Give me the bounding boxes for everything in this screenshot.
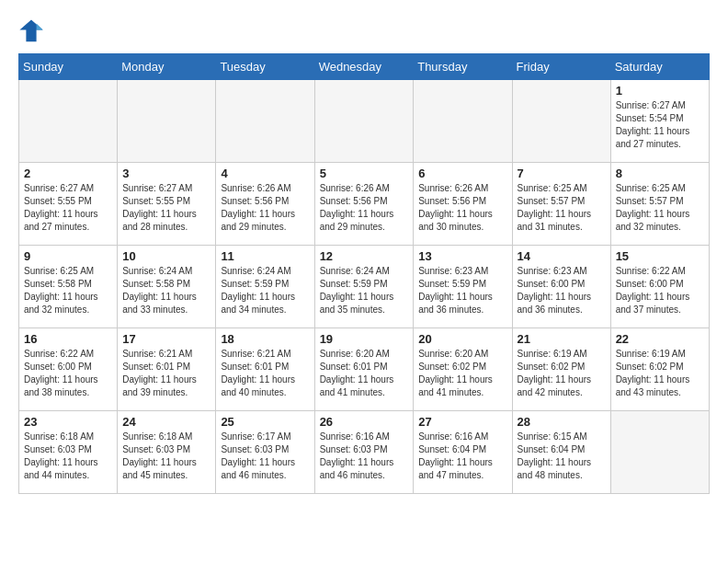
day-number: 8 [616,167,704,180]
calendar-week-row: 1Sunrise: 6:27 AM Sunset: 5:54 PM Daylig… [19,80,710,163]
day-info: Sunrise: 6:22 AM Sunset: 6:00 PM Dayligh… [616,265,704,316]
day-number: 25 [221,415,309,429]
calendar-week-row: 16Sunrise: 6:22 AM Sunset: 6:00 PM Dayli… [19,328,710,411]
calendar-day-cell: 21Sunrise: 6:19 AM Sunset: 6:02 PM Dayli… [512,328,610,411]
calendar-day-cell [414,80,512,163]
calendar-day-cell [512,80,610,163]
calendar-day-cell: 25Sunrise: 6:17 AM Sunset: 6:03 PM Dayli… [216,411,314,494]
day-info: Sunrise: 6:23 AM Sunset: 6:00 PM Dayligh… [518,265,606,316]
day-info: Sunrise: 6:26 AM Sunset: 5:56 PM Dayligh… [320,182,409,234]
day-info: Sunrise: 6:17 AM Sunset: 6:03 PM Dayligh… [221,431,309,482]
weekday-header: Saturday [610,54,709,80]
day-info: Sunrise: 6:18 AM Sunset: 6:03 PM Dayligh… [24,431,112,482]
day-number: 11 [221,249,309,263]
day-number: 4 [221,167,309,180]
calendar-day-cell: 13Sunrise: 6:23 AM Sunset: 5:59 PM Dayli… [414,246,512,328]
calendar-day-cell: 17Sunrise: 6:21 AM Sunset: 6:01 PM Dayli… [118,328,216,411]
weekday-header: Wednesday [314,54,414,80]
calendar-day-cell: 8Sunrise: 6:25 AM Sunset: 5:57 PM Daylig… [610,163,709,246]
calendar-day-cell: 4Sunrise: 6:26 AM Sunset: 5:56 PM Daylig… [216,163,314,246]
day-number: 20 [418,332,506,346]
day-info: Sunrise: 6:24 AM Sunset: 5:59 PM Dayligh… [221,265,309,316]
calendar-day-cell [314,80,414,163]
calendar-week-row: 2Sunrise: 6:27 AM Sunset: 5:55 PM Daylig… [19,163,710,246]
day-number: 10 [122,249,210,263]
calendar-day-cell: 2Sunrise: 6:27 AM Sunset: 5:55 PM Daylig… [19,163,118,246]
weekday-header: Tuesday [216,54,314,80]
calendar-day-cell: 19Sunrise: 6:20 AM Sunset: 6:01 PM Dayli… [314,328,414,411]
day-number: 9 [24,249,112,263]
day-info: Sunrise: 6:16 AM Sunset: 6:04 PM Dayligh… [418,431,506,482]
day-info: Sunrise: 6:19 AM Sunset: 6:02 PM Dayligh… [518,348,606,399]
svg-marker-1 [37,24,43,30]
calendar-week-row: 9Sunrise: 6:25 AM Sunset: 5:58 PM Daylig… [19,246,710,328]
weekday-header: Friday [512,54,610,80]
day-info: Sunrise: 6:27 AM Sunset: 5:55 PM Dayligh… [122,182,210,234]
day-info: Sunrise: 6:18 AM Sunset: 6:03 PM Dayligh… [122,431,210,482]
day-number: 1 [616,84,704,98]
calendar-day-cell: 7Sunrise: 6:25 AM Sunset: 5:57 PM Daylig… [512,163,610,246]
calendar-day-cell: 16Sunrise: 6:22 AM Sunset: 6:00 PM Dayli… [19,328,118,411]
day-number: 28 [518,415,606,429]
calendar-day-cell: 10Sunrise: 6:24 AM Sunset: 5:58 PM Dayli… [118,246,216,328]
calendar-day-cell: 20Sunrise: 6:20 AM Sunset: 6:02 PM Dayli… [414,328,512,411]
day-number: 27 [418,415,506,429]
day-number: 5 [320,167,409,180]
calendar-week-row: 23Sunrise: 6:18 AM Sunset: 6:03 PM Dayli… [19,411,710,494]
calendar-day-cell: 5Sunrise: 6:26 AM Sunset: 5:56 PM Daylig… [314,163,414,246]
calendar-day-cell: 26Sunrise: 6:16 AM Sunset: 6:03 PM Dayli… [314,411,414,494]
calendar-day-cell [610,411,709,494]
calendar-table: SundayMondayTuesdayWednesdayThursdayFrid… [18,53,710,494]
calendar-day-cell: 22Sunrise: 6:19 AM Sunset: 6:02 PM Dayli… [610,328,709,411]
day-number: 15 [616,249,704,263]
day-info: Sunrise: 6:26 AM Sunset: 5:56 PM Dayligh… [418,182,506,234]
day-number: 18 [221,332,309,346]
calendar-day-cell: 18Sunrise: 6:21 AM Sunset: 6:01 PM Dayli… [216,328,314,411]
day-info: Sunrise: 6:25 AM Sunset: 5:58 PM Dayligh… [24,265,112,316]
calendar-day-cell: 11Sunrise: 6:24 AM Sunset: 5:59 PM Dayli… [216,246,314,328]
day-info: Sunrise: 6:15 AM Sunset: 6:04 PM Dayligh… [518,431,606,482]
weekday-header: Monday [118,54,216,80]
day-number: 7 [518,167,606,180]
day-info: Sunrise: 6:25 AM Sunset: 5:57 PM Dayligh… [518,182,606,234]
day-info: Sunrise: 6:21 AM Sunset: 6:01 PM Dayligh… [122,348,210,399]
day-number: 24 [122,415,210,429]
calendar-day-cell: 14Sunrise: 6:23 AM Sunset: 6:00 PM Dayli… [512,246,610,328]
calendar-day-cell: 28Sunrise: 6:15 AM Sunset: 6:04 PM Dayli… [512,411,610,494]
day-number: 6 [418,167,506,180]
calendar-day-cell: 24Sunrise: 6:18 AM Sunset: 6:03 PM Dayli… [118,411,216,494]
day-number: 2 [24,167,112,180]
day-number: 14 [518,249,606,263]
day-info: Sunrise: 6:26 AM Sunset: 5:56 PM Dayligh… [221,182,309,234]
day-number: 17 [122,332,210,346]
day-info: Sunrise: 6:22 AM Sunset: 6:00 PM Dayligh… [24,348,112,399]
day-info: Sunrise: 6:20 AM Sunset: 6:01 PM Dayligh… [320,348,409,399]
calendar-day-cell: 12Sunrise: 6:24 AM Sunset: 5:59 PM Dayli… [314,246,414,328]
day-number: 23 [24,415,112,429]
day-number: 16 [24,332,112,346]
day-info: Sunrise: 6:21 AM Sunset: 6:01 PM Dayligh… [221,348,309,399]
calendar-day-cell: 6Sunrise: 6:26 AM Sunset: 5:56 PM Daylig… [414,163,512,246]
calendar-header-row: SundayMondayTuesdayWednesdayThursdayFrid… [19,54,710,80]
page-header [18,18,710,44]
day-info: Sunrise: 6:25 AM Sunset: 5:57 PM Dayligh… [616,182,704,234]
calendar-day-cell [19,80,118,163]
weekday-header: Sunday [19,54,118,80]
weekday-header: Thursday [414,54,512,80]
day-number: 22 [616,332,704,346]
logo-icon [18,18,44,44]
day-number: 3 [122,167,210,180]
day-number: 26 [320,415,409,429]
day-info: Sunrise: 6:20 AM Sunset: 6:02 PM Dayligh… [418,348,506,399]
day-info: Sunrise: 6:27 AM Sunset: 5:55 PM Dayligh… [24,182,112,234]
day-info: Sunrise: 6:27 AM Sunset: 5:54 PM Dayligh… [616,99,704,151]
day-number: 12 [320,249,409,263]
day-number: 19 [320,332,409,346]
day-info: Sunrise: 6:23 AM Sunset: 5:59 PM Dayligh… [418,265,506,316]
calendar-day-cell [216,80,314,163]
day-info: Sunrise: 6:24 AM Sunset: 5:58 PM Dayligh… [122,265,210,316]
calendar-day-cell: 9Sunrise: 6:25 AM Sunset: 5:58 PM Daylig… [19,246,118,328]
calendar-day-cell: 1Sunrise: 6:27 AM Sunset: 5:54 PM Daylig… [610,80,709,163]
day-number: 13 [418,249,506,263]
calendar-day-cell [118,80,216,163]
